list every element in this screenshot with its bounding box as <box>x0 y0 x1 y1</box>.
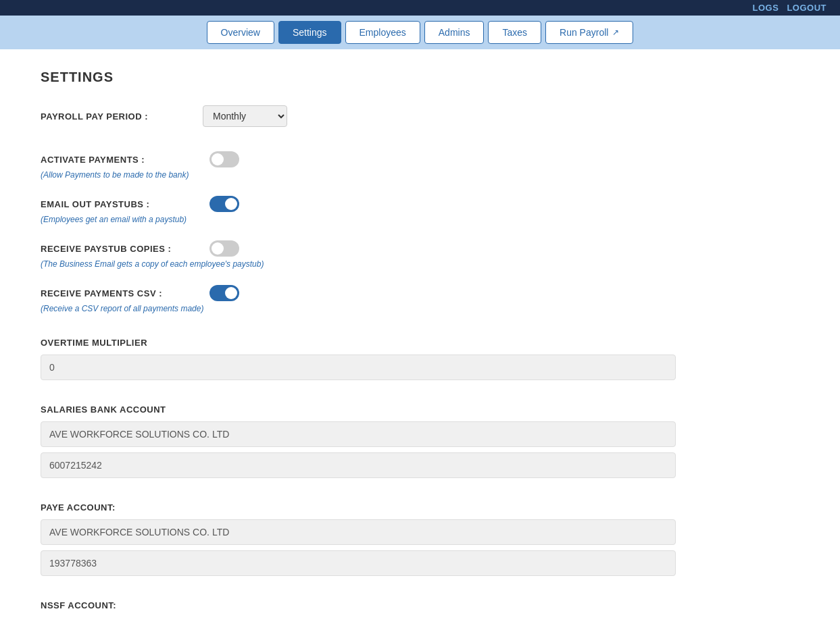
receive-paystub-copies-label: RECEIVE PAYSTUB COPIES : <box>41 244 203 254</box>
overtime-multiplier-input[interactable] <box>41 355 676 380</box>
nssf-account-label: NSSF ACCOUNT: <box>41 600 703 610</box>
tab-employees[interactable]: Employees <box>345 21 420 44</box>
payroll-period-row: PAYROLL PAY PERIOD : Monthly Weekly Bi-W… <box>41 105 703 127</box>
email-paystubs-row: EMAIL OUT PAYSTUBS : (Employees get an e… <box>41 196 703 224</box>
activate-payments-row: ACTIVATE PAYMENTS : (Allow Payments to b… <box>41 151 703 180</box>
overtime-multiplier-block: OVERTIME MULTIPLIER <box>41 338 703 386</box>
salaries-bank-account-number-input[interactable] <box>41 452 676 478</box>
payroll-period-select[interactable]: Monthly Weekly Bi-Weekly <box>203 105 287 127</box>
activate-payments-label: ACTIVATE PAYMENTS : <box>41 155 203 165</box>
receive-paystub-copies-row: RECEIVE PAYSTUB COPIES : (The Business E… <box>41 240 703 269</box>
tab-run-payroll[interactable]: Run Payroll ↗ <box>545 21 633 44</box>
receive-paystub-copies-slider <box>209 240 239 257</box>
top-bar: LOGS LOGOUT <box>0 0 840 16</box>
email-paystubs-toggle[interactable] <box>209 196 239 212</box>
activate-payments-slider <box>209 151 239 167</box>
receive-payments-csv-slider <box>209 285 239 301</box>
activate-payments-sublabel: (Allow Payments to be made to the bank) <box>41 170 703 180</box>
nav-tabs: Overview Settings Employees Admins Taxes… <box>0 16 840 49</box>
receive-payments-csv-label: RECEIVE PAYMENTS CSV : <box>41 288 203 298</box>
activate-payments-toggle[interactable] <box>209 151 239 167</box>
receive-payments-csv-row: RECEIVE PAYMENTS CSV : (Receive a CSV re… <box>41 285 703 313</box>
logs-link[interactable]: LOGS <box>753 3 779 13</box>
overtime-multiplier-label: OVERTIME MULTIPLIER <box>41 338 703 348</box>
receive-payments-csv-sublabel: (Receive a CSV report of all payments ma… <box>41 304 703 313</box>
nssf-account-block: NSSF ACCOUNT: <box>41 600 703 610</box>
receive-paystub-copies-toggle[interactable] <box>209 240 239 257</box>
main-content: SETTINGS PAYROLL PAY PERIOD : Monthly We… <box>0 49 743 628</box>
salaries-bank-name-input[interactable] <box>41 421 676 447</box>
receive-payments-csv-toggle[interactable] <box>209 285 239 301</box>
paye-account-name-input[interactable] <box>41 519 676 545</box>
logout-link[interactable]: LOGOUT <box>787 3 826 13</box>
paye-account-number-input[interactable] <box>41 550 676 576</box>
email-paystubs-slider <box>209 196 239 212</box>
tab-settings[interactable]: Settings <box>278 21 341 44</box>
external-link-icon: ↗ <box>612 28 619 37</box>
salaries-bank-account-label: SALARIES BANK ACCOUNT <box>41 404 703 415</box>
tab-admins[interactable]: Admins <box>424 21 485 44</box>
paye-account-block: PAYE ACCOUNT: <box>41 502 703 581</box>
email-paystubs-label: EMAIL OUT PAYSTUBS : <box>41 199 203 209</box>
email-paystubs-sublabel: (Employees get an email with a paystub) <box>41 215 703 224</box>
payroll-period-label: PAYROLL PAY PERIOD : <box>41 111 203 122</box>
salaries-bank-account-block: SALARIES BANK ACCOUNT <box>41 404 703 483</box>
tab-overview[interactable]: Overview <box>207 21 274 44</box>
tab-taxes[interactable]: Taxes <box>488 21 541 44</box>
page-title: SETTINGS <box>41 70 703 85</box>
receive-paystub-copies-sublabel: (The Business Email gets a copy of each … <box>41 259 703 269</box>
paye-account-label: PAYE ACCOUNT: <box>41 502 703 513</box>
